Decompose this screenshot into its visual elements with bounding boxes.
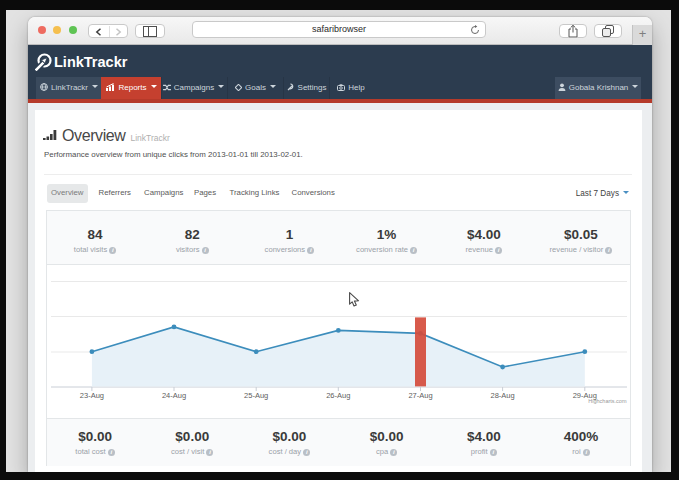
svg-text:28-Aug: 28-Aug [490,391,514,400]
svg-text:25-Aug: 25-Aug [244,391,268,400]
svg-text:27-Aug: 27-Aug [408,391,432,400]
svg-text:26-Aug: 26-Aug [326,391,350,400]
svg-text:24-Aug: 24-Aug [161,391,185,400]
svg-text:23-Aug: 23-Aug [79,391,103,400]
